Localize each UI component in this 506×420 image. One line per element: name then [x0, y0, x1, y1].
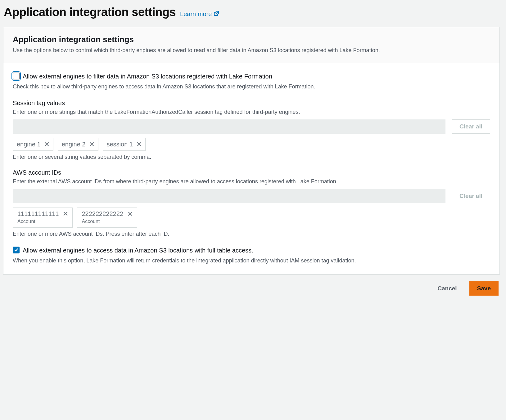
accounts-field: AWS account IDs Enter the external AWS a… [13, 169, 490, 237]
account-tag: 222222222222Account [77, 208, 137, 228]
allow-full-field: Allow external engines to access data in… [13, 246, 490, 265]
card-subtitle: Use the options below to control which t… [13, 46, 490, 55]
session-tags-desc: Enter one or more strings that match the… [13, 108, 490, 116]
session-tags-input[interactable] [13, 119, 445, 134]
learn-more-link[interactable]: Learn more [180, 11, 219, 18]
session-tag-label: engine 2 [62, 141, 86, 148]
session-tags-list: engine 1engine 2session 1 [13, 138, 490, 151]
settings-card: Application integration settings Use the… [3, 27, 500, 275]
session-tags-field: Session tag values Enter one or more str… [13, 100, 490, 160]
session-tags-clear-all-button[interactable]: Clear all [452, 119, 490, 134]
account-id: 111111111111 [17, 210, 59, 217]
accounts-hint: Enter one or more AWS account IDs. Press… [13, 231, 490, 237]
accounts-input[interactable] [13, 189, 445, 203]
allow-filter-help: Check this box to allow third-party engi… [13, 83, 490, 91]
page-title: Application integration settings [4, 6, 176, 19]
remove-tag-icon[interactable] [89, 142, 94, 147]
accounts-desc: Enter the external AWS account IDs from … [13, 177, 490, 186]
allow-filter-checkbox[interactable] [13, 73, 20, 79]
card-title: Application integration settings [13, 35, 490, 44]
session-tag: engine 1 [13, 138, 53, 151]
allow-filter-field: Allow external engines to filter data in… [13, 72, 490, 91]
learn-more-label: Learn more [180, 11, 212, 18]
session-tag: session 1 [103, 138, 146, 151]
allow-full-help: When you enable this option, Lake Format… [13, 257, 490, 265]
external-link-icon [214, 11, 219, 18]
session-tag: engine 2 [58, 138, 98, 151]
accounts-clear-all-button[interactable]: Clear all [452, 189, 490, 203]
account-sublabel: Account [17, 219, 35, 224]
card-header: Application integration settings Use the… [3, 27, 499, 63]
account-sublabel: Account [82, 219, 100, 224]
session-tags-hint: Enter one or several string values separ… [13, 154, 490, 160]
remove-tag-icon[interactable] [44, 142, 49, 147]
form-footer: Cancel Save [3, 275, 500, 297]
allow-full-checkbox[interactable] [13, 247, 20, 253]
session-tag-label: session 1 [107, 141, 133, 148]
allow-filter-label: Allow external engines to filter data in… [23, 72, 272, 81]
session-tags-label: Session tag values [13, 100, 490, 107]
save-button[interactable]: Save [469, 281, 499, 296]
allow-full-label: Allow external engines to access data in… [23, 246, 253, 255]
page-header: Application integration settings Learn m… [3, 3, 500, 27]
accounts-label: AWS account IDs [13, 169, 490, 176]
account-id: 222222222222 [82, 210, 123, 217]
session-tag-label: engine 1 [17, 141, 41, 148]
remove-tag-icon[interactable] [137, 142, 142, 147]
remove-account-icon[interactable] [128, 211, 133, 216]
account-tag: 111111111111Account [13, 208, 73, 228]
remove-account-icon[interactable] [63, 211, 68, 216]
accounts-list: 111111111111Account222222222222Account [13, 208, 490, 228]
cancel-button[interactable]: Cancel [430, 281, 464, 296]
